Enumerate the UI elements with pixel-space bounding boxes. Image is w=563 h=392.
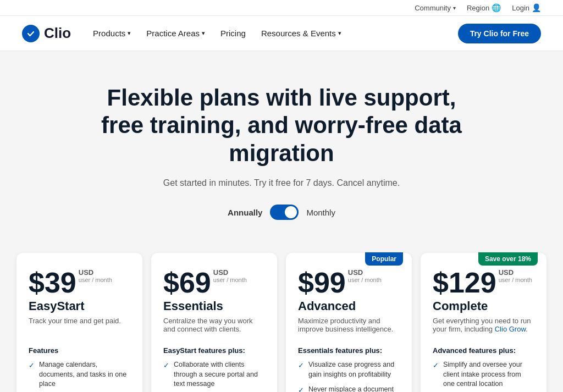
plan-card-complete: Save over 18% $129 USD user / month Comp… (421, 253, 547, 392)
feature-text: Visualize case progress and gain insight… (308, 360, 400, 379)
clio-grow-link[interactable]: Clio Grow (495, 325, 526, 333)
top-bar: Community ▾ Region 🌐 Login 👤 (0, 0, 563, 16)
features-label: EasyStart features plus: (163, 346, 265, 355)
pricing-section: $39 USD user / month EasyStart Track you… (0, 242, 563, 392)
check-icon: ✓ (29, 361, 35, 371)
nav-cta-button[interactable]: Try Clio for Free (458, 24, 541, 43)
billing-toggle-switch[interactable] (270, 205, 299, 220)
region-label: Region (467, 4, 489, 12)
plan-name: EasyStart (29, 299, 130, 313)
region-menu[interactable]: Region 🌐 (467, 3, 501, 12)
plan-name: Complete (433, 299, 534, 313)
feature-text: Simplify and oversee your client intake … (443, 360, 534, 389)
price-row: $99 USD user / month (298, 268, 400, 297)
login-menu[interactable]: Login 👤 (512, 3, 541, 12)
nav-pricing[interactable]: Pricing (220, 29, 246, 38)
plan-card-advanced: Popular $99 USD user / month Advanced Ma… (286, 253, 412, 392)
price-row: $69 USD user / month (163, 268, 265, 297)
globe-icon: 🌐 (492, 3, 501, 12)
feature-list: ✓ Collaborate with clients through a sec… (163, 360, 265, 392)
price-meta: USD user / month (348, 268, 382, 286)
feature-item: ✓ Simplify and oversee your client intak… (433, 360, 534, 389)
price-meta: USD user / month (499, 268, 532, 286)
plan-desc: Get everything you need to run your firm… (433, 317, 534, 336)
nav-links: Products ▾ Practice Areas ▾ Pricing Reso… (93, 29, 458, 38)
price-meta: USD user / month (213, 268, 247, 286)
logo-icon (22, 25, 40, 42)
check-icon: ✓ (433, 361, 439, 371)
price-row: $129 USD user / month (433, 268, 534, 297)
hero-subtitle: Get started in minutes. Try it free for … (11, 178, 552, 188)
features-label: Advanced features plus: (433, 346, 534, 355)
feature-item: ✓ Manage calendars, documents, and tasks… (29, 360, 130, 389)
billing-annually-label: Annually (228, 208, 262, 217)
feature-item: ✓ Collaborate with clients through a sec… (163, 360, 265, 389)
price-amount: $99 (298, 268, 346, 297)
feature-list: ✓ Visualize case progress and gain insig… (298, 360, 400, 392)
price-currency: USD (348, 268, 382, 277)
check-icon: ✓ (298, 361, 304, 371)
features-label: Essentials features plus: (298, 346, 400, 355)
navbar: Clio Products ▾ Practice Areas ▾ Pricing… (0, 16, 563, 51)
logo-text: Clio (44, 25, 71, 42)
feature-text: Never misplace a document with full docu… (308, 385, 400, 392)
plan-name: Essentials (163, 299, 265, 313)
community-chevron-icon: ▾ (453, 5, 456, 11)
nav-products[interactable]: Products ▾ (93, 29, 131, 38)
feature-text: Collaborate with clients through a secur… (174, 360, 265, 389)
nav-practice-label: Practice Areas (146, 29, 200, 38)
nav-practice-chevron-icon: ▾ (202, 30, 205, 37)
community-label: Community (415, 4, 451, 12)
check-icon: ✓ (163, 361, 169, 371)
user-icon: 👤 (532, 3, 541, 12)
cards-grid: $39 USD user / month EasyStart Track you… (16, 253, 547, 392)
price-meta: USD user / month (79, 268, 112, 286)
nav-resources-label: Resources & Events (261, 29, 336, 38)
svg-point-0 (26, 29, 36, 38)
price-amount: $39 (29, 268, 76, 297)
billing-toggle: Annually Monthly (11, 205, 552, 220)
toggle-knob (285, 206, 297, 218)
price-period: user / month (213, 277, 247, 283)
nav-resources[interactable]: Resources & Events ▾ (261, 29, 341, 38)
price-currency: USD (79, 268, 112, 277)
logo[interactable]: Clio (22, 25, 71, 42)
check-icon: ✓ (298, 385, 304, 392)
card-badge-advanced: Popular (365, 252, 403, 266)
hero-title: Flexible plans with live support, free t… (89, 84, 474, 167)
price-currency: USD (213, 268, 247, 277)
nav-resources-chevron-icon: ▾ (338, 30, 341, 37)
price-amount: $129 (433, 268, 496, 297)
nav-practice-areas[interactable]: Practice Areas ▾ (146, 29, 205, 38)
plan-desc: Track your time and get paid. (29, 317, 130, 336)
plan-card-easystart: $39 USD user / month EasyStart Track you… (16, 253, 142, 392)
feature-list: ✓ Simplify and oversee your client intak… (433, 360, 534, 392)
billing-monthly-label: Monthly (306, 208, 335, 217)
card-badge-complete: Save over 18% (478, 252, 538, 266)
feature-text: Manage calendars, documents, and tasks i… (39, 360, 130, 389)
plan-desc: Maximize productivity and improve busine… (298, 317, 400, 336)
price-period: user / month (499, 277, 532, 283)
hero: Flexible plans with live support, free t… (0, 51, 563, 242)
nav-products-label: Products (93, 29, 125, 38)
plan-card-essentials: $69 USD user / month Essentials Centrali… (151, 253, 277, 392)
price-currency: USD (499, 268, 532, 277)
plan-name: Advanced (298, 299, 400, 313)
price-row: $39 USD user / month (29, 268, 130, 297)
feature-item: ✓ Visualize case progress and gain insig… (298, 360, 400, 379)
feature-list: ✓ Manage calendars, documents, and tasks… (29, 360, 130, 392)
nav-products-chevron-icon: ▾ (128, 30, 131, 37)
login-label: Login (512, 4, 529, 12)
price-amount: $69 (163, 268, 211, 297)
plan-desc: Centralize the way you work and connect … (163, 317, 265, 336)
nav-pricing-label: Pricing (220, 29, 246, 38)
price-period: user / month (348, 277, 382, 283)
price-period: user / month (79, 277, 112, 283)
features-label: Features (29, 346, 130, 355)
feature-item: ✓ Never misplace a document with full do… (298, 385, 400, 392)
community-menu[interactable]: Community ▾ (415, 4, 456, 12)
